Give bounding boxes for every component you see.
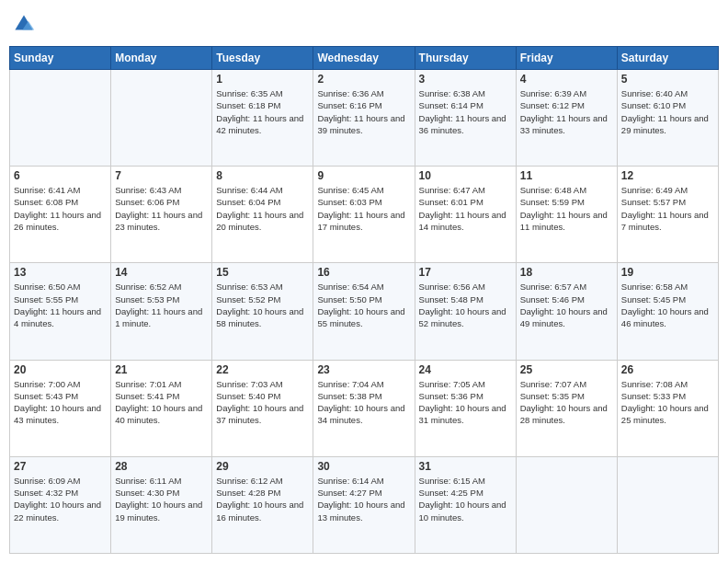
cell-info: Sunrise: 6:14 AMSunset: 4:27 PMDaylight:… [317,475,410,523]
cell-day-number: 27 [14,460,107,473]
cell-day-number: 29 [216,460,309,473]
weekday-header-saturday: Saturday [617,47,718,70]
cell-day-number: 3 [419,73,512,86]
calendar-cell: 4Sunrise: 6:39 AMSunset: 6:12 PMDaylight… [516,70,617,167]
cell-day-number: 7 [115,169,208,182]
cell-day-number: 19 [621,266,714,279]
cell-info: Sunrise: 6:12 AMSunset: 4:28 PMDaylight:… [216,475,309,523]
calendar-cell: 24Sunrise: 7:05 AMSunset: 5:36 PMDayligh… [415,360,516,456]
weekday-header-monday: Monday [111,47,212,70]
cell-day-number: 28 [115,460,208,473]
calendar-cell: 22Sunrise: 7:03 AMSunset: 5:40 PMDayligh… [212,360,313,456]
cell-day-number: 25 [520,363,613,376]
cell-info: Sunrise: 6:15 AMSunset: 4:25 PMDaylight:… [419,475,512,523]
calendar-cell: 1Sunrise: 6:35 AMSunset: 6:18 PMDaylight… [212,70,313,167]
cell-day-number: 23 [317,363,410,376]
cell-day-number: 8 [216,169,309,182]
cell-info: Sunrise: 7:01 AMSunset: 5:41 PMDaylight:… [115,378,208,427]
calendar-cell: 6Sunrise: 6:41 AMSunset: 6:08 PMDaylight… [10,167,111,263]
calendar-week-row: 6Sunrise: 6:41 AMSunset: 6:08 PMDaylight… [10,167,719,263]
calendar-cell: 25Sunrise: 7:07 AMSunset: 5:35 PMDayligh… [516,360,617,456]
cell-info: Sunrise: 6:47 AMSunset: 6:01 PMDaylight:… [419,184,512,233]
calendar-cell: 29Sunrise: 6:12 AMSunset: 4:28 PMDayligh… [212,456,313,553]
weekday-header-friday: Friday [516,47,617,70]
cell-info: Sunrise: 6:41 AMSunset: 6:08 PMDaylight:… [14,184,107,233]
cell-day-number: 5 [621,73,714,86]
cell-day-number: 6 [14,169,107,182]
cell-info: Sunrise: 6:43 AMSunset: 6:06 PMDaylight:… [115,184,208,233]
cell-info: Sunrise: 6:48 AMSunset: 5:59 PMDaylight:… [520,184,613,233]
calendar-cell [10,70,111,167]
cell-info: Sunrise: 6:56 AMSunset: 5:48 PMDaylight:… [419,281,512,329]
calendar-table: SundayMondayTuesdayWednesdayThursdayFrid… [9,46,719,554]
cell-day-number: 14 [115,266,208,279]
cell-info: Sunrise: 6:40 AMSunset: 6:10 PMDaylight:… [621,87,714,136]
cell-day-number: 1 [216,73,309,86]
calendar-cell [111,70,212,167]
calendar-cell: 19Sunrise: 6:58 AMSunset: 5:45 PMDayligh… [617,263,718,360]
cell-info: Sunrise: 6:38 AMSunset: 6:14 PMDaylight:… [419,87,512,136]
calendar-cell: 14Sunrise: 6:52 AMSunset: 5:53 PMDayligh… [111,263,212,360]
cell-info: Sunrise: 6:58 AMSunset: 5:45 PMDaylight:… [621,281,714,329]
cell-day-number: 2 [317,73,410,86]
calendar-cell: 10Sunrise: 6:47 AMSunset: 6:01 PMDayligh… [415,167,516,263]
weekday-header-tuesday: Tuesday [212,47,313,70]
calendar-cell: 28Sunrise: 6:11 AMSunset: 4:30 PMDayligh… [111,456,212,553]
cell-day-number: 20 [14,363,107,376]
cell-day-number: 21 [115,363,208,376]
cell-info: Sunrise: 6:49 AMSunset: 5:57 PMDaylight:… [621,184,714,233]
calendar-week-row: 27Sunrise: 6:09 AMSunset: 4:32 PMDayligh… [10,456,719,553]
cell-day-number: 30 [317,460,410,473]
cell-info: Sunrise: 7:05 AMSunset: 5:36 PMDaylight:… [419,378,512,427]
cell-day-number: 10 [419,169,512,182]
cell-info: Sunrise: 6:09 AMSunset: 4:32 PMDaylight:… [14,475,107,523]
cell-info: Sunrise: 6:53 AMSunset: 5:52 PMDaylight:… [216,281,309,329]
cell-info: Sunrise: 6:54 AMSunset: 5:50 PMDaylight:… [317,281,410,329]
cell-info: Sunrise: 6:39 AMSunset: 6:12 PMDaylight:… [520,87,613,136]
cell-info: Sunrise: 6:50 AMSunset: 5:55 PMDaylight:… [14,281,107,329]
calendar-week-row: 1Sunrise: 6:35 AMSunset: 6:18 PMDaylight… [10,70,719,167]
cell-info: Sunrise: 6:36 AMSunset: 6:16 PMDaylight:… [317,87,410,136]
cell-info: Sunrise: 7:00 AMSunset: 5:43 PMDaylight:… [14,378,107,427]
weekday-header-wednesday: Wednesday [313,47,415,70]
cell-info: Sunrise: 6:57 AMSunset: 5:46 PMDaylight:… [520,281,613,329]
cell-info: Sunrise: 7:07 AMSunset: 5:35 PMDaylight:… [520,378,613,427]
calendar-cell: 15Sunrise: 6:53 AMSunset: 5:52 PMDayligh… [212,263,313,360]
calendar-cell: 18Sunrise: 6:57 AMSunset: 5:46 PMDayligh… [516,263,617,360]
logo-icon [9,9,39,39]
cell-day-number: 15 [216,266,309,279]
cell-info: Sunrise: 6:44 AMSunset: 6:04 PMDaylight:… [216,184,309,233]
calendar-cell [617,456,718,553]
calendar-cell: 12Sunrise: 6:49 AMSunset: 5:57 PMDayligh… [617,167,718,263]
weekday-header-thursday: Thursday [415,47,516,70]
cell-info: Sunrise: 7:04 AMSunset: 5:38 PMDaylight:… [317,378,410,427]
calendar-cell: 3Sunrise: 6:38 AMSunset: 6:14 PMDaylight… [415,70,516,167]
cell-day-number: 13 [14,266,107,279]
calendar-cell: 21Sunrise: 7:01 AMSunset: 5:41 PMDayligh… [111,360,212,456]
cell-info: Sunrise: 7:08 AMSunset: 5:33 PMDaylight:… [621,378,714,427]
cell-day-number: 4 [520,73,613,86]
calendar-cell: 23Sunrise: 7:04 AMSunset: 5:38 PMDayligh… [313,360,415,456]
calendar-cell: 5Sunrise: 6:40 AMSunset: 6:10 PMDaylight… [617,70,718,167]
calendar-cell: 20Sunrise: 7:00 AMSunset: 5:43 PMDayligh… [10,360,111,456]
cell-day-number: 12 [621,169,714,182]
header [9,9,719,39]
cell-day-number: 26 [621,363,714,376]
logo [9,9,42,39]
cell-day-number: 11 [520,169,613,182]
page-container: SundayMondayTuesdayWednesdayThursdayFrid… [0,0,728,563]
calendar-week-row: 13Sunrise: 6:50 AMSunset: 5:55 PMDayligh… [10,263,719,360]
calendar-cell: 7Sunrise: 6:43 AMSunset: 6:06 PMDaylight… [111,167,212,263]
calendar-cell: 27Sunrise: 6:09 AMSunset: 4:32 PMDayligh… [10,456,111,553]
calendar-cell: 13Sunrise: 6:50 AMSunset: 5:55 PMDayligh… [10,263,111,360]
calendar-cell: 9Sunrise: 6:45 AMSunset: 6:03 PMDaylight… [313,167,415,263]
cell-info: Sunrise: 7:03 AMSunset: 5:40 PMDaylight:… [216,378,309,427]
cell-day-number: 17 [419,266,512,279]
cell-info: Sunrise: 6:11 AMSunset: 4:30 PMDaylight:… [115,475,208,523]
cell-day-number: 9 [317,169,410,182]
calendar-cell: 26Sunrise: 7:08 AMSunset: 5:33 PMDayligh… [617,360,718,456]
weekday-header-sunday: Sunday [10,47,111,70]
cell-info: Sunrise: 6:52 AMSunset: 5:53 PMDaylight:… [115,281,208,329]
calendar-cell [516,456,617,553]
cell-info: Sunrise: 6:45 AMSunset: 6:03 PMDaylight:… [317,184,410,233]
